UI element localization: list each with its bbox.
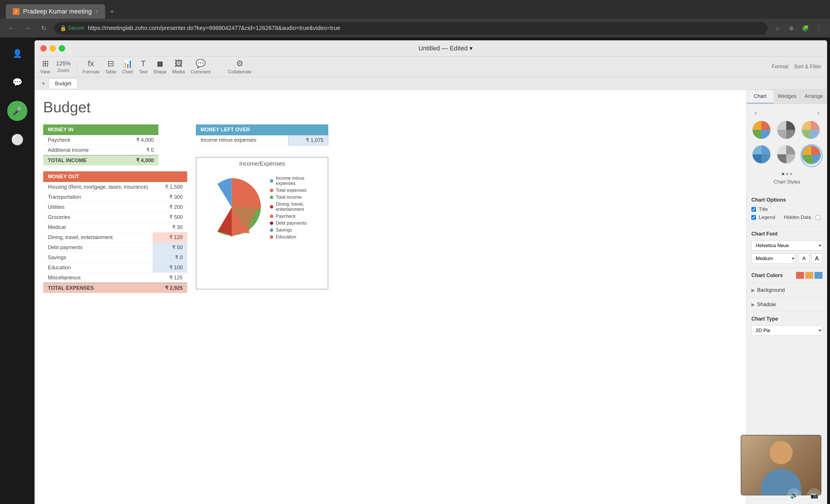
- table-row: Savings ₹ 0: [43, 253, 187, 263]
- additional-income-value[interactable]: ₹ 0: [124, 145, 158, 156]
- table-row: Debt payments ₹ 50: [43, 243, 187, 253]
- chart-colors-section: Chart Colors: [747, 268, 827, 283]
- chart-font-title: Chart Font: [752, 231, 823, 237]
- education-value[interactable]: ₹ 100: [153, 263, 187, 273]
- style-swatch-2[interactable]: [776, 120, 798, 141]
- medical-label: Medical: [43, 222, 153, 232]
- medical-value[interactable]: ₹ 30: [153, 222, 187, 232]
- zoom-icon[interactable]: ⊕: [786, 23, 797, 33]
- font-decrease-button[interactable]: A: [799, 254, 809, 263]
- legend-checkbox[interactable]: [752, 215, 756, 220]
- new-tab-button[interactable]: +: [106, 6, 118, 17]
- toolbar-shape[interactable]: ◼ Shape: [153, 59, 166, 74]
- toolbar-view[interactable]: ⊞ View: [40, 59, 50, 74]
- video-person: [741, 436, 821, 495]
- toolbar-chart[interactable]: 📊 Chart: [122, 59, 133, 74]
- legend-checkbox-label: Legend: [759, 215, 775, 220]
- prev-styles-button[interactable]: ‹: [752, 108, 760, 117]
- savings-value[interactable]: ₹ 0: [153, 253, 187, 263]
- chart-options-section: Chart Options Title Legend Hidden Data: [747, 193, 827, 227]
- utilities-value[interactable]: ₹ 200: [153, 202, 187, 212]
- font-name-select[interactable]: Helvetica Neue Arial Times New Roman: [752, 241, 823, 251]
- next-styles-button[interactable]: ›: [814, 108, 823, 117]
- style-swatch-6[interactable]: [801, 144, 823, 167]
- background-row[interactable]: ▶ Background: [747, 283, 827, 297]
- zoom-value: 125%: [56, 60, 70, 67]
- housing-label: Housing (Rent, mortgage, taxes, insuranc…: [43, 182, 153, 192]
- housing-value[interactable]: ₹ 1,500: [153, 182, 187, 192]
- legend-item: Total expenses: [270, 188, 325, 193]
- address-bar[interactable]: 🔒 Secure https://meetinglab.zoho.com/pre…: [54, 22, 768, 35]
- toolbar-sort-filter[interactable]: Sort & Filter: [794, 64, 821, 70]
- chart-type-section: Chart Type 2D Pie 3D Pie Bar Line: [747, 312, 827, 340]
- transportation-value[interactable]: ₹ 300: [153, 192, 187, 202]
- dots-row: [752, 173, 823, 175]
- back-button[interactable]: ←: [6, 23, 17, 34]
- audio-control-button[interactable]: 🔊: [787, 488, 801, 503]
- toolbar-format[interactable]: Format: [772, 64, 788, 70]
- style-swatch-4[interactable]: [752, 144, 773, 167]
- table-row: Groceries ₹ 500: [43, 212, 187, 222]
- browser-tab-active[interactable]: Z Pradeep Kumar meeting ×: [6, 4, 105, 19]
- total-expenses-value[interactable]: ₹ 2,925: [153, 283, 187, 293]
- title-checkbox[interactable]: [752, 207, 756, 212]
- toolbar-zoom[interactable]: 125% Zoom: [56, 60, 70, 73]
- table-row: Utilities ₹ 200: [43, 202, 187, 212]
- debt-value[interactable]: ₹ 50: [153, 243, 187, 253]
- sidebar-icon-mic[interactable]: 🎤: [7, 101, 27, 121]
- sheet-tab-label: Budget: [55, 81, 71, 87]
- color-chip-1: [796, 272, 804, 279]
- toolbar-text[interactable]: T Text: [139, 59, 148, 74]
- font-size-select[interactable]: Medium Small Large: [752, 253, 796, 263]
- legend-checkbox-row: Legend Hidden Data: [752, 215, 823, 220]
- sidebar-icon-people[interactable]: 👤: [7, 43, 27, 63]
- style-swatch-5[interactable]: [776, 144, 798, 167]
- chart-type-select[interactable]: 2D Pie 3D Pie Bar Line: [752, 325, 823, 336]
- extensions-icon[interactable]: 🧩: [800, 23, 810, 33]
- color-swatch-bar[interactable]: [796, 272, 823, 279]
- toolbar-media[interactable]: 🖼 Media: [172, 59, 185, 74]
- toolbar-comment[interactable]: 💬 Comment: [191, 59, 211, 74]
- style-swatch-1[interactable]: [752, 120, 773, 141]
- total-income-value[interactable]: ₹ 4,000: [124, 155, 158, 166]
- table-row: Miscellaneous ₹ 125: [43, 273, 187, 283]
- toolbar-formula[interactable]: fx Formula: [83, 59, 100, 74]
- money-out-header: MONEY OUT: [43, 171, 187, 182]
- toolbar-collaborate[interactable]: ⚙ Collaborate: [228, 59, 251, 74]
- add-sheet-button[interactable]: +: [39, 79, 48, 88]
- minimize-button[interactable]: [50, 45, 56, 52]
- sidebar-icon-chat[interactable]: 💬: [7, 72, 27, 92]
- refresh-button[interactable]: ↻: [38, 23, 50, 34]
- additional-income-label: Additional income: [43, 145, 124, 156]
- income-minus-value[interactable]: ₹ 1,075: [289, 135, 328, 146]
- shadow-label: Shadow: [757, 302, 823, 308]
- paycheck-value[interactable]: ₹ 4,000: [124, 135, 158, 145]
- budget-sheet-tab[interactable]: Budget: [49, 78, 77, 88]
- toolbar-table[interactable]: ⊟ Table: [105, 59, 116, 74]
- misc-value[interactable]: ₹ 125: [153, 273, 187, 283]
- bookmark-icon[interactable]: ☆: [772, 23, 783, 33]
- hidden-data-checkbox[interactable]: [816, 215, 820, 220]
- tab-arrange[interactable]: Arrange: [800, 90, 827, 103]
- legend-item: Income minus expenses: [270, 176, 325, 186]
- maximize-button[interactable]: [59, 45, 65, 52]
- font-increase-button[interactable]: A: [811, 254, 823, 263]
- shadow-row[interactable]: ▶ Shadow: [747, 297, 827, 312]
- dining-value[interactable]: ₹ 120: [153, 232, 187, 243]
- app-window: Untitled — Edited ▾ ⊞ View 125% Zoom fx …: [35, 40, 827, 504]
- camera-control-button[interactable]: 📷: [807, 488, 821, 503]
- media-label: Media: [172, 69, 185, 74]
- tab-chart[interactable]: Chart: [747, 90, 773, 103]
- income-minus-label: Income minus expenses: [196, 135, 289, 146]
- tab-close-icon[interactable]: ×: [95, 9, 98, 15]
- style-swatch-3[interactable]: [801, 120, 823, 141]
- chrome-menu-icon[interactable]: ⋮: [814, 23, 824, 33]
- collaborate-icon: ⚙: [236, 59, 243, 68]
- close-button[interactable]: [40, 45, 47, 52]
- toolbar-right-actions: Format Sort & Filter: [772, 64, 821, 70]
- chart-type-title: Chart Type: [752, 316, 823, 322]
- tab-wedges[interactable]: Wedges: [773, 90, 800, 103]
- video-controls: 🔊 📷: [35, 487, 830, 504]
- groceries-value[interactable]: ₹ 500: [153, 212, 187, 222]
- forward-button[interactable]: →: [22, 23, 33, 34]
